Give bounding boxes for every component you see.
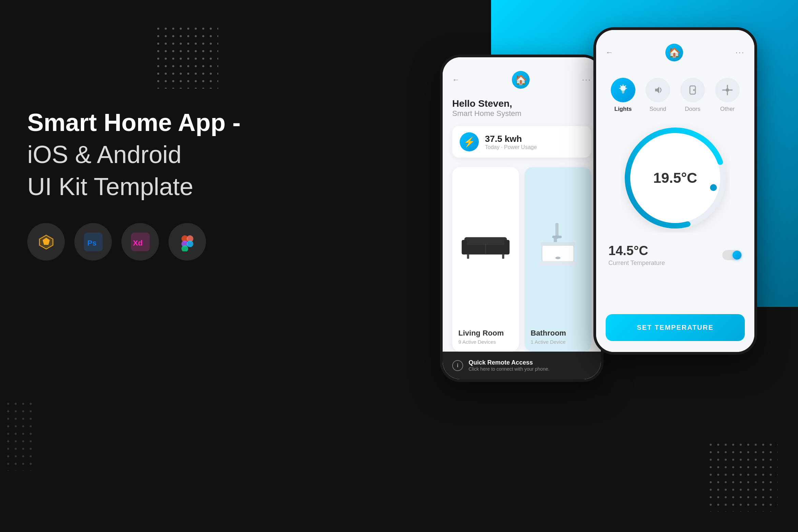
phone2-avatar: 🏠	[665, 44, 683, 61]
xd-icon: Xd	[121, 223, 159, 261]
set-temperature-button[interactable]: SET TEMPERATURE	[606, 314, 745, 341]
svg-text:Xd: Xd	[133, 239, 143, 247]
phone2-avatar-emoji: 🏠	[668, 47, 680, 58]
svg-rect-20	[552, 236, 562, 238]
living-room-image	[452, 167, 519, 323]
lights-icon-circle	[611, 78, 635, 102]
phone1-content: ← 🏠 ··· Hello Steven, Smart Home System …	[443, 57, 601, 379]
category-doors[interactable]: Doors	[680, 78, 705, 113]
power-value: 37.5 kwh	[485, 134, 537, 144]
other-icon-circle	[715, 78, 740, 102]
svg-text:Ps: Ps	[87, 239, 97, 247]
thermostat-container: 19.5°C 14.5°C Current Temperature SET TE…	[606, 123, 745, 341]
power-icon: ⚡	[460, 132, 479, 151]
svg-rect-50	[7, 402, 34, 471]
doors-icon-circle	[680, 78, 705, 102]
svg-rect-21	[554, 238, 557, 243]
quick-access-title: Quick Remote Access	[469, 359, 549, 366]
sofa-illustration	[459, 228, 512, 262]
sink-illustration	[537, 221, 578, 269]
dot-grid-top-left	[157, 27, 218, 89]
phone2-header: ← 🏠 ···	[606, 44, 745, 61]
category-other[interactable]: Other	[715, 78, 740, 113]
svg-rect-48	[709, 443, 778, 512]
svg-rect-27	[622, 91, 624, 92]
svg-rect-28	[622, 93, 624, 93]
svg-rect-22	[542, 243, 574, 263]
current-temp-row: 14.5°C Current Temperature	[606, 243, 745, 267]
sketch-icon	[27, 223, 65, 261]
app-subtitle-1: iOS & Android	[27, 139, 240, 171]
svg-line-32	[625, 86, 626, 86]
svg-point-10	[187, 240, 193, 247]
app-subtitle-2: UI Kit Template	[27, 171, 240, 203]
current-temp-info: 14.5°C Current Temperature	[608, 243, 665, 267]
doors-label: Doors	[685, 106, 700, 113]
bathroom-image	[524, 167, 591, 323]
other-label: Other	[720, 106, 735, 113]
svg-rect-25	[539, 261, 577, 266]
sound-label: Sound	[649, 106, 666, 113]
phone2-more-icon[interactable]: ···	[736, 48, 745, 57]
living-room-card[interactable]: Living Room 9 Active Devices	[452, 167, 519, 352]
svg-rect-17	[467, 254, 469, 259]
dot-grid-left	[7, 402, 34, 471]
phone1-more-icon[interactable]: ···	[582, 75, 591, 84]
svg-point-36	[693, 89, 695, 91]
category-lights[interactable]: Lights	[611, 78, 635, 113]
quick-access-subtitle: Click here to connect with your phone.	[469, 366, 549, 372]
toggle-knob	[733, 251, 741, 260]
room-cards: Living Room 9 Active Devices	[452, 167, 591, 352]
dot-grid-bottom-right	[709, 443, 778, 512]
phone2-frame: ← 🏠 ···	[593, 27, 757, 355]
living-room-devices: 9 Active Devices	[458, 339, 513, 345]
dial-wrapper[interactable]: 19.5°C	[621, 123, 730, 233]
photoshop-icon: Ps	[74, 223, 112, 261]
temperature-toggle[interactable]	[722, 250, 742, 260]
bathroom-card[interactable]: Bathroom 1 Active Device	[524, 167, 591, 352]
current-temp-value: 14.5°C	[608, 243, 665, 258]
living-room-info: Living Room 9 Active Devices	[452, 323, 519, 352]
svg-marker-34	[655, 87, 659, 93]
svg-point-41	[726, 88, 729, 92]
phone1-avatar: 🏠	[512, 71, 530, 89]
phone2-back-arrow[interactable]: ←	[606, 48, 613, 57]
phone1-bottom-bar[interactable]: i Quick Remote Access Click here to conn…	[443, 352, 601, 379]
phones-container: ← 🏠 ··· Hello Steven, Smart Home System …	[440, 27, 757, 382]
bathroom-name: Bathroom	[531, 329, 585, 338]
tool-icons-row: Ps Xd	[27, 223, 240, 261]
dial-center: 19.5°C	[653, 170, 697, 186]
lights-label: Lights	[615, 106, 632, 113]
svg-line-33	[620, 86, 621, 86]
phone1-frame: ← 🏠 ··· Hello Steven, Smart Home System …	[440, 55, 604, 382]
power-card: ⚡ 37.5 kwh Today · Power Usage	[452, 126, 591, 158]
left-section: Smart Home App - iOS & Android UI Kit Te…	[27, 109, 240, 261]
set-temperature-display: 19.5°C	[653, 170, 697, 186]
svg-point-44	[710, 184, 717, 191]
app-title-bold: Smart Home App -	[27, 109, 240, 136]
svg-rect-18	[502, 254, 504, 259]
sound-icon-circle	[646, 78, 670, 102]
info-icon: i	[452, 360, 463, 371]
phone1-header: ← 🏠 ···	[452, 71, 591, 89]
greeting-name: Hello Steven,	[452, 98, 591, 109]
phone2-content: ← 🏠 ···	[596, 30, 754, 352]
figma-icon	[168, 223, 206, 261]
bathroom-devices: 1 Active Device	[531, 339, 585, 345]
phone1-greeting: Hello Steven, Smart Home System	[452, 98, 591, 118]
svg-rect-14	[462, 240, 467, 254]
power-label: Today · Power Usage	[485, 144, 537, 150]
svg-rect-15	[504, 240, 510, 254]
current-temp-label: Current Temperature	[608, 260, 665, 267]
phone1-avatar-emoji: 🏠	[515, 74, 527, 86]
phone1-back-arrow[interactable]: ←	[452, 75, 460, 84]
category-sound[interactable]: Sound	[646, 78, 670, 113]
power-info: 37.5 kwh Today · Power Usage	[485, 134, 537, 150]
greeting-subtitle: Smart Home System	[452, 109, 591, 118]
svg-rect-23	[541, 242, 576, 246]
category-row: Lights Sound	[606, 78, 745, 113]
svg-rect-46	[157, 27, 218, 89]
living-room-name: Living Room	[458, 329, 513, 338]
bathroom-info: Bathroom 1 Active Device	[524, 323, 591, 352]
svg-point-24	[556, 257, 561, 259]
